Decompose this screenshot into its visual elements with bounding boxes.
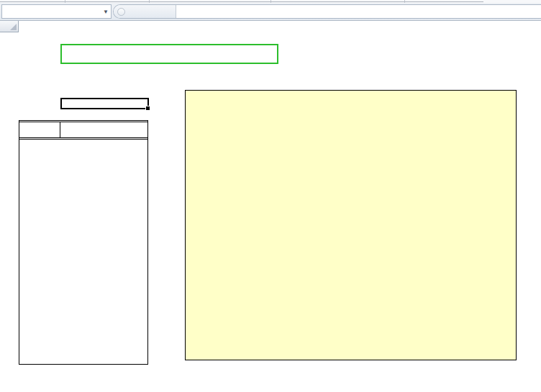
name-box-dropdown-icon[interactable]: ▼ bbox=[103, 9, 109, 15]
instructions-note bbox=[185, 90, 517, 360]
table-header-pn[interactable] bbox=[60, 122, 147, 137]
formula-bar-input[interactable] bbox=[176, 5, 541, 18]
excel-window: ▼ bbox=[0, 0, 541, 392]
data-table bbox=[19, 120, 148, 365]
column-headers bbox=[0, 21, 541, 32]
select-all-triangle-icon bbox=[10, 24, 17, 30]
worksheet-grid[interactable] bbox=[0, 32, 541, 392]
table-header-n[interactable] bbox=[19, 122, 60, 137]
ribbon-edge-line bbox=[0, 1, 483, 2]
table-body bbox=[19, 140, 147, 364]
name-box-resize-handle-icon[interactable] bbox=[117, 8, 125, 16]
select-all-corner[interactable] bbox=[0, 21, 19, 32]
formula-annotation-box[interactable] bbox=[60, 44, 278, 64]
formula-bar-pill bbox=[113, 4, 541, 19]
table-header-row bbox=[19, 120, 147, 140]
name-box[interactable]: ▼ bbox=[1, 4, 112, 19]
formula-bar: ▼ bbox=[0, 3, 541, 21]
fill-handle[interactable] bbox=[145, 106, 150, 110]
selected-cell-b6[interactable] bbox=[60, 98, 149, 109]
